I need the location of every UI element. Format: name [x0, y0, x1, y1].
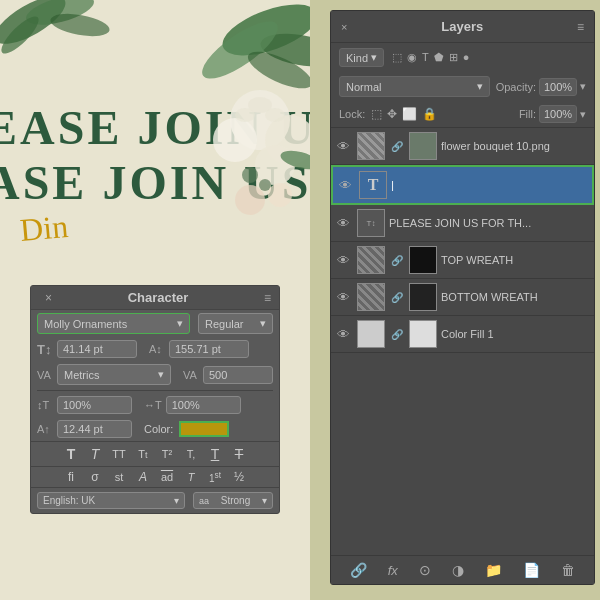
anti-alias-value: Strong	[221, 495, 250, 506]
svg-point-13	[235, 108, 255, 122]
layer-visibility-flower[interactable]: 👁	[337, 139, 353, 154]
layer-item-color-fill[interactable]: 👁 🔗 Color Fill 1	[331, 316, 594, 353]
typo-strike-btn[interactable]: T	[230, 446, 248, 462]
layer-name-bottom-wreath: BOTTOM WREATH	[441, 291, 588, 303]
tracking-dropdown[interactable]: Metrics ▾	[57, 364, 171, 385]
typo-smallcaps-btn[interactable]: Tt	[134, 448, 152, 460]
kind-label: Kind	[346, 52, 368, 64]
kerning-input[interactable]: 500	[203, 366, 273, 384]
font-style-dropdown[interactable]: Regular ▾	[198, 313, 273, 334]
h-scale-input[interactable]: 100%	[166, 396, 241, 414]
typo-allcaps-btn[interactable]: TT	[110, 448, 128, 460]
anti-alias-dropdown[interactable]: aa Strong ▾	[193, 492, 273, 509]
character-panel-title: Character	[128, 290, 189, 305]
leading-input[interactable]: 155.71 pt	[169, 340, 249, 358]
typo-super-btn[interactable]: T²	[158, 448, 176, 460]
opacity-chevron: ▾	[580, 80, 586, 93]
blend-mode-label: Normal	[346, 81, 381, 93]
v-scale-input[interactable]: 100%	[57, 396, 132, 414]
tracking-row: VA Metrics ▾ VA 500	[31, 361, 279, 388]
baseline-icon: A↑	[37, 423, 53, 435]
fill-group: Fill: 100% ▾	[519, 105, 586, 123]
layers-new-layer-icon[interactable]: 📄	[523, 562, 540, 578]
opacity-input[interactable]: 100%	[539, 78, 577, 96]
layer-thumb-top-wreath-2	[409, 246, 437, 274]
kind-adjust-icon[interactable]: ◉	[407, 51, 417, 64]
tracking-chevron: ▾	[158, 368, 164, 381]
layer-visibility-wreath-bottom[interactable]: 👁	[337, 290, 353, 305]
layer-item-text-active[interactable]: 👁 T |	[331, 165, 594, 205]
layers-close-x[interactable]: ×	[341, 21, 347, 33]
layers-new-group-icon[interactable]: 📁	[485, 562, 502, 578]
layer-thumb-text: T	[359, 171, 387, 199]
special-frac-A-btn[interactable]: A	[134, 470, 152, 484]
baseline-value: 12.44 pt	[63, 423, 103, 435]
layer-thumb-flower-2	[409, 132, 437, 160]
color-swatch[interactable]	[179, 421, 229, 437]
font-size-icon: T↕	[37, 342, 53, 357]
special-ordinal-1st-btn[interactable]: 1st	[206, 470, 224, 484]
layer-name-fill: Color Fill 1	[441, 328, 588, 340]
layers-link-icon[interactable]: 🔗	[350, 562, 367, 578]
layer-thumb-join: T↕	[357, 209, 385, 237]
kind-pixel-icon[interactable]: ⬚	[392, 51, 402, 64]
layer-visibility-wreath-top[interactable]: 👁	[337, 253, 353, 268]
layer-visibility-fill[interactable]: 👁	[337, 327, 353, 342]
character-panel-close[interactable]: ×	[45, 291, 52, 305]
font-family-dropdown[interactable]: Molly Ornaments ▾	[37, 313, 190, 334]
layer-thumb-top-wreath-1	[357, 246, 385, 274]
flower-top-left-decoration	[0, 0, 120, 100]
kind-type-icon[interactable]: T	[422, 51, 429, 64]
svg-point-14	[265, 108, 285, 122]
v-scale-value: 100%	[63, 399, 91, 411]
typo-sub-btn[interactable]: T,	[182, 448, 200, 460]
kerning-icon: VA	[183, 369, 199, 381]
kind-smart-icon[interactable]: ⊞	[449, 51, 458, 64]
blend-mode-dropdown[interactable]: Normal ▾	[339, 76, 490, 97]
layer-thumb-bottom-wreath-2	[409, 283, 437, 311]
layer-item-please-join[interactable]: 👁 T↕ PLEASE JOIN US FOR TH...	[331, 205, 594, 242]
lock-position-icon[interactable]: ✥	[387, 107, 397, 121]
layers-bottom-toolbar: 🔗 fx ⊙ ◑ 📁 📄 🗑	[331, 555, 594, 584]
font-size-input[interactable]: 41.14 pt	[57, 340, 137, 358]
fill-input[interactable]: 100%	[539, 105, 577, 123]
fill-chevron: ▾	[580, 108, 586, 121]
typo-underline-btn[interactable]: T	[206, 446, 224, 462]
typo-bold-btn[interactable]: T	[62, 446, 80, 462]
layers-new-adjust-icon[interactable]: ◑	[452, 562, 464, 578]
lock-all-icon[interactable]: 🔒	[422, 107, 437, 121]
special-half-btn[interactable]: ½	[230, 470, 248, 484]
leading-value: 155.71 pt	[175, 343, 221, 355]
layers-new-fill-icon[interactable]: ⊙	[419, 562, 431, 578]
special-fi-btn[interactable]: fi	[62, 470, 80, 484]
special-ordinal-T-btn[interactable]: T	[182, 471, 200, 483]
blend-chevron: ▾	[477, 80, 483, 93]
lock-artboard-icon[interactable]: ⬜	[402, 107, 417, 121]
layer-thumb-flower-1	[357, 132, 385, 160]
font-size-row: T↕ 41.14 pt A↕ 155.71 pt	[31, 337, 279, 361]
layers-fx-icon[interactable]: fx	[388, 563, 398, 578]
special-ad-btn[interactable]: ad	[158, 471, 176, 483]
special-sigma-btn[interactable]: σ	[86, 470, 104, 484]
kind-last-icon[interactable]: ●	[463, 51, 470, 64]
layers-panel-header: × Layers ≡	[331, 11, 594, 43]
svg-point-10	[213, 118, 257, 162]
layers-panel-menu[interactable]: ≡	[577, 20, 584, 34]
kind-dropdown[interactable]: Kind ▾	[339, 48, 384, 67]
kind-shape-icon[interactable]: ⬟	[434, 51, 444, 64]
char-divider-1	[37, 390, 273, 391]
canvas-script-text: Din	[18, 208, 69, 249]
layer-item-bottom-wreath[interactable]: 👁 🔗 BOTTOM WREATH	[331, 279, 594, 316]
baseline-input[interactable]: 12.44 pt	[57, 420, 132, 438]
layer-visibility-text[interactable]: 👁	[339, 178, 355, 193]
character-panel: × Character ≡ Molly Ornaments ▾ Regular …	[30, 285, 280, 514]
layer-item-flower-bouquet[interactable]: 👁 🔗 flower bouquet 10.png	[331, 128, 594, 165]
layers-delete-icon[interactable]: 🗑	[561, 562, 575, 578]
language-dropdown[interactable]: English: UK ▾	[37, 492, 185, 509]
character-panel-menu[interactable]: ≡	[264, 291, 271, 305]
layer-visibility-join[interactable]: 👁	[337, 216, 353, 231]
layer-item-top-wreath[interactable]: 👁 🔗 TOP WREATH	[331, 242, 594, 279]
special-st-btn[interactable]: st	[110, 471, 128, 483]
typo-italic-btn[interactable]: T	[86, 446, 104, 462]
lock-pixel-icon[interactable]: ⬚	[371, 107, 382, 121]
